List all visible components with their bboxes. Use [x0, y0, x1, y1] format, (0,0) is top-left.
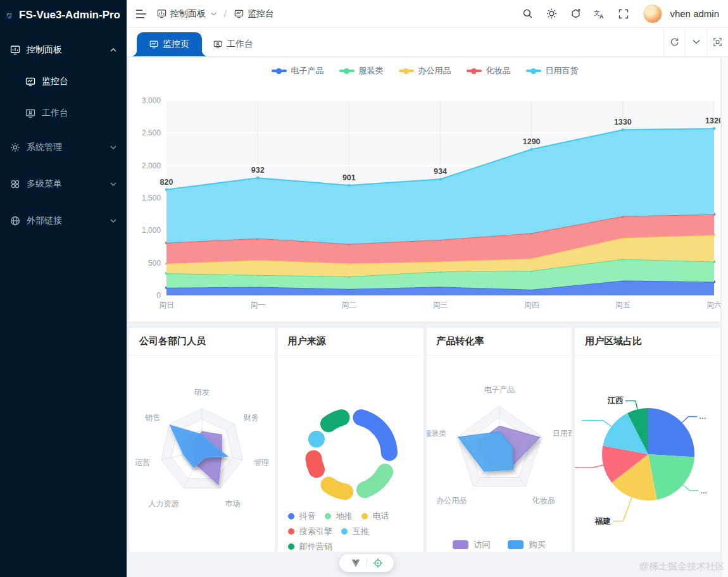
region-pie-chart: ……福建江西: [575, 356, 721, 552]
legend-item[interactable]: 化妆品: [467, 65, 511, 77]
sidebar-item-label: 多级菜单: [27, 178, 62, 190]
svg-text:福建: 福建: [594, 517, 611, 526]
inspector-button[interactable]: [373, 558, 383, 568]
breadcrumb-item: 监控台: [248, 8, 274, 20]
svg-text:人力资源: 人力资源: [149, 499, 179, 508]
refresh-tab-button[interactable]: [663, 27, 685, 56]
sidebar-toggle-button[interactable]: [135, 8, 147, 20]
sidebar-item-external-link[interactable]: 外部链接: [0, 205, 127, 237]
svg-text:932: 932: [251, 166, 265, 175]
legend-item[interactable]: 地推: [325, 511, 353, 522]
card-title: 用户区域占比: [575, 328, 720, 356]
sidebar-item-label: 控制面板: [27, 44, 62, 56]
search-button[interactable]: [522, 8, 533, 20]
donut-legend: 抖音地推电话搜索引擎互推邮件营销: [288, 509, 417, 552]
vue-logo-icon: [351, 559, 361, 568]
workbench-icon: [25, 108, 35, 118]
vue-devtools-toolbar: [339, 554, 394, 572]
svg-text:办公用品: 办公用品: [436, 496, 467, 505]
chevron-up-icon: [110, 48, 116, 52]
legend-item[interactable]: 搜索引擎: [288, 526, 332, 537]
legend-item[interactable]: 服装类: [339, 65, 384, 77]
hamburger-icon: [136, 9, 147, 18]
app-logo[interactable]: FS FS-Vue3-Admin-Pro: [0, 0, 127, 30]
globe-icon: [10, 216, 20, 226]
tab-label: 工作台: [227, 39, 253, 50]
sidebar-item-workbench[interactable]: 工作台: [0, 97, 127, 129]
department-radar-chart: 研发财务管理市场人力资源运营销售: [129, 356, 275, 552]
legend-item[interactable]: 互推: [341, 526, 369, 537]
svg-text:服装类: 服装类: [427, 429, 446, 438]
legend-item[interactable]: 抖音: [288, 511, 316, 522]
monitor-icon: [234, 9, 244, 18]
multilevel-icon: [10, 179, 20, 189]
tab-menu-button[interactable]: [685, 27, 706, 56]
sidebar-item-system[interactable]: 系统管理: [0, 132, 127, 163]
maximize-icon: [713, 37, 722, 47]
sidebar-item-multilevel[interactable]: 多级菜单: [0, 168, 127, 200]
sun-icon: [546, 8, 557, 19]
svg-text:901: 901: [342, 173, 356, 182]
weekly-sales-card: 电子产品服装类办公用品化妆品日用百货 820932901934129013301…: [129, 57, 721, 322]
legend-item[interactable]: 办公用品: [399, 65, 451, 77]
legend-item[interactable]: 电话: [361, 511, 389, 522]
sidebar-item-monitor[interactable]: 监控台: [0, 66, 127, 97]
sidebar-item-dashboard[interactable]: 控制面板: [0, 34, 127, 66]
user-source-donut-chart: [278, 356, 424, 507]
card-title: 公司各部门人员: [129, 328, 275, 356]
svg-text:周一: 周一: [250, 301, 265, 309]
target-icon: [373, 558, 383, 568]
svg-text:化妆品: 化妆品: [531, 496, 555, 505]
svg-text:周二: 周二: [341, 301, 356, 309]
legend-item[interactable]: 访问: [453, 539, 490, 550]
svg-text:A: A: [599, 13, 603, 20]
gear-icon: [10, 142, 20, 152]
avatar[interactable]: [643, 4, 662, 23]
svg-text:1290: 1290: [523, 137, 541, 146]
svg-text:运营: 运营: [135, 458, 150, 467]
scrollbar[interactable]: [721, 57, 728, 577]
theme-skin-button[interactable]: [570, 8, 581, 20]
conversion-legend: 访问购买: [427, 539, 572, 550]
legend-item[interactable]: 日用百货: [526, 65, 579, 77]
tab-monitor[interactable]: 监控页: [137, 32, 202, 56]
area-chart-legend: 电子产品服装类办公用品化妆品日用百货: [129, 65, 720, 77]
watermark: @稀土掘金技术社区: [639, 561, 725, 573]
legend-item[interactable]: 购买: [508, 539, 545, 550]
conversion-radar-card: 产品转化率 电子产品日用百货化妆品办公用品服装类 访问购买: [426, 327, 573, 552]
chevron-down-icon[interactable]: [211, 12, 217, 16]
tab-workbench[interactable]: 工作台: [202, 32, 265, 56]
breadcrumb-item[interactable]: 控制面板: [170, 8, 206, 20]
legend-item[interactable]: 电子产品: [272, 65, 324, 77]
translate-icon: 文 A: [594, 8, 605, 19]
fullscreen-button[interactable]: [618, 8, 629, 20]
chevron-down-icon: [110, 219, 116, 223]
legend-item[interactable]: 邮件营销: [288, 541, 332, 552]
svg-text:2,500: 2,500: [142, 128, 161, 137]
svg-text:1330: 1330: [614, 118, 632, 127]
monitor-icon: [149, 40, 158, 49]
svg-text:江西: 江西: [607, 396, 624, 405]
tab-controls: [663, 27, 728, 56]
dashboard-icon: [10, 45, 20, 55]
department-radar-card: 公司各部门人员 研发财务管理市场人力资源运营销售: [129, 327, 275, 552]
svg-text:周五: 周五: [615, 301, 631, 309]
chevron-down-icon: [110, 146, 116, 149]
region-pie-card: 用户区域占比 ……福建江西: [574, 327, 721, 552]
vue-devtools-button[interactable]: [351, 559, 361, 568]
sidebar-item-label: 外部链接: [27, 215, 62, 226]
chart-cards-row: 公司各部门人员 研发财务管理市场人力资源运营销售 用户来源 抖音地推电话搜索引擎…: [129, 327, 721, 552]
sidebar: FS FS-Vue3-Admin-Pro 控制面板 监控台: [0, 0, 127, 577]
chevron-down-icon: [693, 39, 700, 44]
user-name[interactable]: vhen admin: [670, 8, 719, 19]
app-title: FS-Vue3-Admin-Pro: [19, 9, 120, 22]
svg-text:820: 820: [160, 178, 173, 187]
main-content: 电子产品服装类办公用品化妆品日用百货 820932901934129013301…: [127, 57, 728, 577]
svg-text:周四: 周四: [524, 301, 539, 309]
sidebar-item-label: 系统管理: [27, 142, 62, 153]
tab-bar: 监控页 工作台: [127, 28, 728, 57]
theme-toggle-button[interactable]: [546, 8, 557, 20]
expand-icon: [618, 9, 629, 19]
locale-button[interactable]: 文 A: [594, 8, 605, 20]
content-fullscreen-button[interactable]: [706, 27, 728, 56]
